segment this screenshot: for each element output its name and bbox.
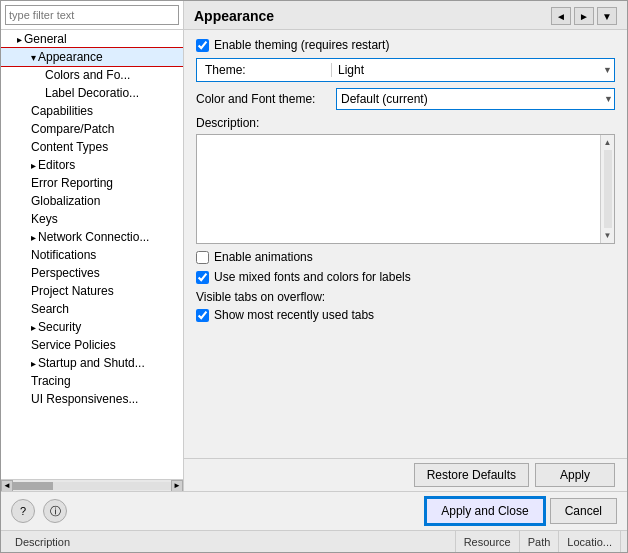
tree-label-error: Error Reporting [31, 176, 113, 190]
tree-item-globalization[interactable]: Globalization [1, 192, 183, 210]
theme-label: Theme: [197, 63, 332, 77]
tree-item-security[interactable]: ▸ Security [1, 318, 183, 336]
restore-defaults-button[interactable]: Restore Defaults [414, 463, 529, 487]
tree-item-keys[interactable]: Keys [1, 210, 183, 228]
tree-label-startup: Startup and Shutd... [38, 356, 145, 370]
theme-row: Theme: Light Dark High Contrast ▼ [196, 58, 615, 82]
tree-hscroll: ◄ ► [1, 479, 183, 491]
enable-theming-checkbox[interactable] [196, 39, 209, 52]
tree-label-compare: Compare/Patch [31, 122, 114, 136]
tree-label-label: Label Decoratio... [45, 86, 139, 100]
status-location: Locatio... [559, 531, 621, 552]
scroll-track-desc[interactable] [604, 150, 612, 228]
tree-item-colors[interactable]: Colors and Fo... [1, 66, 183, 84]
tree-label-general: General [24, 32, 67, 46]
forward-arrow-icon: ► [579, 11, 589, 22]
info-button[interactable]: ⓘ [43, 499, 67, 523]
show-recently-row: Show most recently used tabs [196, 308, 615, 322]
help-button[interactable]: ? [11, 499, 35, 523]
tree-label-ui: UI Responsivenes... [31, 392, 138, 406]
tree-item-label[interactable]: Label Decoratio... [1, 84, 183, 102]
tree-item-capabilities[interactable]: Capabilities [1, 102, 183, 120]
arrow-startup: ▸ [31, 358, 36, 369]
tree-item-search[interactable]: Search [1, 300, 183, 318]
back-arrow-icon: ◄ [556, 11, 566, 22]
tree-container: ▸ General ▾ Appearance Colors and Fo... … [1, 30, 183, 479]
scroll-right-btn[interactable]: ► [171, 480, 183, 492]
show-recently-label: Show most recently used tabs [214, 308, 374, 322]
nav-dropdown-button[interactable]: ▼ [597, 7, 617, 25]
preferences-dialog: ▸ General ▾ Appearance Colors and Fo... … [0, 0, 628, 553]
left-panel: ▸ General ▾ Appearance Colors and Fo... … [1, 1, 184, 491]
tree-item-notifications[interactable]: Notifications [1, 246, 183, 264]
arrow-security: ▸ [31, 322, 36, 333]
arrow-editors: ▸ [31, 160, 36, 171]
right-buttons: Restore Defaults Apply [184, 458, 627, 491]
visible-tabs-label: Visible tabs on overflow: [196, 290, 615, 304]
tree-item-service[interactable]: Service Policies [1, 336, 183, 354]
tree-item-appearance[interactable]: ▾ Appearance [1, 48, 183, 66]
tree-label-editors: Editors [38, 158, 75, 172]
description-scrollbar: ▲ ▼ [600, 135, 614, 243]
show-recently-checkbox[interactable] [196, 309, 209, 322]
filter-wrap [1, 1, 183, 30]
tree-item-ui[interactable]: UI Responsivenes... [1, 390, 183, 408]
nav-back-button[interactable]: ◄ [551, 7, 571, 25]
nav-forward-button[interactable]: ► [574, 7, 594, 25]
color-font-label: Color and Font theme: [196, 92, 336, 106]
status-description: Description [7, 531, 456, 552]
color-font-row: Color and Font theme: Default (current) … [196, 88, 615, 110]
right-header: Appearance ◄ ► ▼ [184, 1, 627, 30]
tree-label-project: Project Natures [31, 284, 114, 298]
dropdown-icon: ▼ [602, 11, 612, 22]
enable-theming-label: Enable theming (requires restart) [214, 38, 389, 52]
tree-item-network[interactable]: ▸ Network Connectio... [1, 228, 183, 246]
scroll-up-btn[interactable]: ▲ [604, 138, 612, 147]
status-path: Path [520, 531, 560, 552]
color-font-select[interactable]: Default (current) Classic Modern [336, 88, 615, 110]
tree-item-general[interactable]: ▸ General [1, 30, 183, 48]
header-nav: ◄ ► ▼ [551, 7, 617, 25]
theme-select-cell: Light Dark High Contrast ▼ [332, 61, 614, 79]
info-icon: ⓘ [50, 504, 61, 519]
scroll-down-btn[interactable]: ▼ [604, 231, 612, 240]
theme-select[interactable]: Light Dark High Contrast [334, 61, 612, 79]
tree-item-project[interactable]: Project Natures [1, 282, 183, 300]
cancel-button[interactable]: Cancel [550, 498, 617, 524]
tree-label-search: Search [31, 302, 69, 316]
tree-label-content: Content Types [31, 140, 108, 154]
enable-animations-checkbox[interactable] [196, 251, 209, 264]
bottom-left: ? ⓘ [11, 499, 67, 523]
tree-item-tracing[interactable]: Tracing [1, 372, 183, 390]
arrow-network: ▸ [31, 232, 36, 243]
bottom-right: Apply and Close Cancel [426, 498, 617, 524]
mixed-fonts-checkbox[interactable] [196, 271, 209, 284]
tree-item-error[interactable]: Error Reporting [1, 174, 183, 192]
bottom-bar: ? ⓘ Apply and Close Cancel [1, 491, 627, 530]
arrow-appearance: ▾ [31, 52, 36, 63]
tree-item-editors[interactable]: ▸ Editors [1, 156, 183, 174]
right-body: Enable theming (requires restart) Theme:… [184, 30, 627, 458]
right-title: Appearance [194, 8, 274, 24]
tree-item-perspectives[interactable]: Perspectives [1, 264, 183, 282]
filter-input[interactable] [5, 5, 179, 25]
main-content: ▸ General ▾ Appearance Colors and Fo... … [1, 1, 627, 491]
description-content [197, 135, 600, 243]
tree-label-tracing: Tracing [31, 374, 71, 388]
tree-label-globalization: Globalization [31, 194, 100, 208]
tree-label-network: Network Connectio... [38, 230, 149, 244]
tree-label-keys: Keys [31, 212, 58, 226]
tree-item-content[interactable]: Content Types [1, 138, 183, 156]
color-font-select-wrap: Default (current) Classic Modern ▼ [336, 88, 615, 110]
tree-label-capabilities: Capabilities [31, 104, 93, 118]
status-bar: Description Resource Path Locatio... [1, 530, 627, 552]
mixed-fonts-label: Use mixed fonts and colors for labels [214, 270, 411, 284]
apply-close-button[interactable]: Apply and Close [426, 498, 543, 524]
scroll-track[interactable] [13, 482, 171, 490]
scroll-left-btn[interactable]: ◄ [1, 480, 13, 492]
arrow-general: ▸ [17, 34, 22, 45]
apply-button[interactable]: Apply [535, 463, 615, 487]
tree-item-compare[interactable]: Compare/Patch [1, 120, 183, 138]
tree-item-startup[interactable]: ▸ Startup and Shutd... [1, 354, 183, 372]
description-label: Description: [196, 116, 615, 130]
